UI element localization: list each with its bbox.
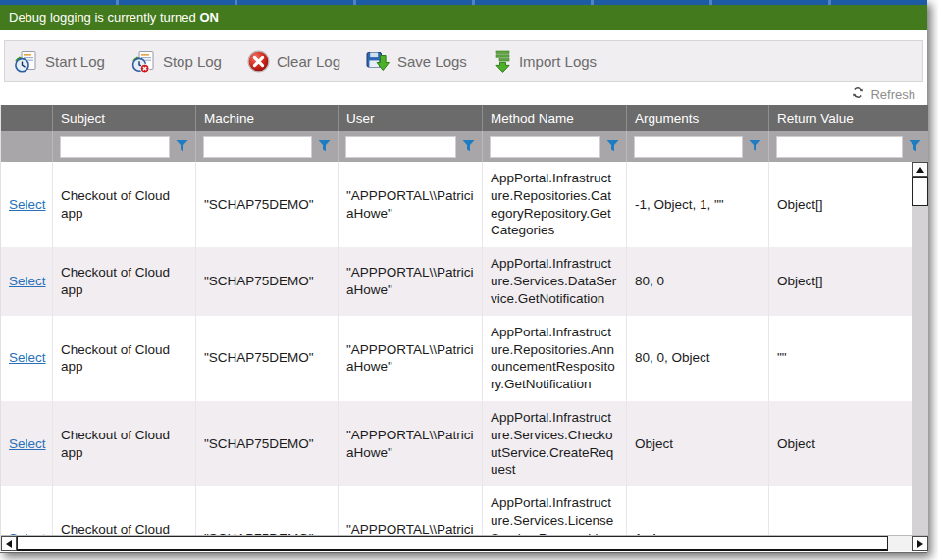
filter-cell-empty xyxy=(1,131,53,162)
user-cell: "APPPORTAL\\PatriciaHowe" xyxy=(339,316,483,401)
machine-cell: "SCHAP75DEMO" xyxy=(196,316,339,401)
return-value-cell: Object[] xyxy=(769,247,912,315)
vertical-scroll-thumb[interactable] xyxy=(912,177,928,206)
method-name-cell: AppPortal.Infrastructure.Repositories.Ca… xyxy=(483,162,627,247)
header-method-name[interactable]: Method Name xyxy=(483,105,627,131)
scroll-right-arrow-icon xyxy=(917,540,923,548)
method-name-cell: AppPortal.Infrastructure.Services.Checko… xyxy=(483,401,627,486)
arguments-cell: 80, 0, Object xyxy=(627,316,769,401)
return-value-cell: "" xyxy=(769,316,912,401)
refresh-icon xyxy=(852,86,864,102)
save-logs-button[interactable]: Save Logs xyxy=(366,50,467,73)
user-cell: "APPPORTAL\\PatriciaHowe" xyxy=(339,486,483,535)
horizontal-scroll-thumb[interactable] xyxy=(17,536,888,551)
return-value-cell: Object xyxy=(769,401,912,486)
header-select xyxy=(1,105,53,131)
filter-input-machine[interactable] xyxy=(203,136,312,158)
filter-input-arguments[interactable] xyxy=(634,136,743,158)
subject-cell: Checkout of Cloud app xyxy=(53,316,196,401)
arguments-cell: Object xyxy=(627,401,769,486)
header-subject[interactable]: Subject xyxy=(53,105,196,131)
machine-cell: "SCHAP75DEMO" xyxy=(196,401,339,486)
toolbar: Start Log xyxy=(4,40,923,82)
start-log-button[interactable]: Start Log xyxy=(13,50,105,74)
arguments-cell: 1, 4 xyxy=(627,486,769,535)
scroll-left-arrow-icon xyxy=(6,540,12,548)
log-grid: Subject Machine User Method Name Argumen… xyxy=(0,105,927,551)
machine-cell: "SCHAP75DEMO" xyxy=(196,162,339,247)
filter-funnel-icon[interactable] xyxy=(606,138,619,156)
refresh-button[interactable]: Refresh xyxy=(852,86,915,102)
status-banner-state: ON xyxy=(199,10,219,25)
user-cell: "APPPORTAL\\PatriciaHowe" xyxy=(339,162,483,247)
filter-cell-user xyxy=(339,131,483,162)
machine-cell: "SCHAP75DEMO" xyxy=(196,486,339,535)
import-logs-icon xyxy=(493,50,512,73)
select-link[interactable]: Select xyxy=(9,530,46,535)
refresh-label: Refresh xyxy=(870,87,915,102)
stop-log-button[interactable]: Stop Log xyxy=(130,50,222,74)
arguments-cell: -1, Object, 1, "" xyxy=(627,162,769,247)
method-name-cell: AppPortal.Infrastructure.Services.DataSe… xyxy=(483,247,627,315)
import-logs-label: Import Logs xyxy=(519,53,597,70)
filter-cell-arguments xyxy=(627,131,769,162)
filter-cell-method-name xyxy=(483,131,627,162)
select-link[interactable]: Select xyxy=(9,435,46,453)
clear-log-label: Clear Log xyxy=(277,53,340,70)
save-logs-icon xyxy=(366,50,391,73)
header-return-value[interactable]: Return Value xyxy=(769,105,928,131)
clear-log-button[interactable]: Clear Log xyxy=(247,50,340,73)
debug-log-dialog: Debug logging is currently turned ON xyxy=(0,0,927,553)
filter-input-method-name[interactable] xyxy=(490,136,600,158)
select-link[interactable]: Select xyxy=(9,196,46,214)
method-name-cell: AppPortal.Infrastructure.Repositories.An… xyxy=(483,316,627,401)
machine-cell: "SCHAP75DEMO" xyxy=(196,247,339,315)
table-row: Select Checkout of Cloud app "SCHAP75DEM… xyxy=(1,316,912,401)
filter-funnel-icon[interactable] xyxy=(176,138,188,156)
vertical-scrollbar[interactable] xyxy=(912,162,928,535)
filter-funnel-icon[interactable] xyxy=(318,138,331,156)
horizontal-scrollbar[interactable] xyxy=(1,535,928,551)
grid-rows: Select Checkout of Cloud app "SCHAP75DEM… xyxy=(1,162,912,535)
grid-filter-row xyxy=(1,131,928,162)
arguments-cell: 80, 0 xyxy=(627,247,769,315)
subject-cell: Checkout of Cloud app xyxy=(53,162,196,247)
header-machine[interactable]: Machine xyxy=(196,105,339,131)
horizontal-scroll-track[interactable] xyxy=(888,536,912,551)
table-row: Select Checkout of Cloud app "SCHAP75DEM… xyxy=(1,247,912,315)
import-logs-button[interactable]: Import Logs xyxy=(493,50,597,73)
scroll-up-button[interactable] xyxy=(912,162,928,177)
scroll-right-button[interactable] xyxy=(912,536,928,551)
start-log-label: Start Log xyxy=(45,53,105,70)
header-user[interactable]: User xyxy=(339,105,483,131)
filter-funnel-icon[interactable] xyxy=(909,138,921,156)
status-banner-text: Debug logging is currently turned xyxy=(9,10,199,25)
stop-log-icon xyxy=(130,50,156,74)
subject-cell: Checkout of Cloud app xyxy=(53,401,196,486)
return-value-cell: Object[] xyxy=(769,162,912,247)
subject-cell: Checkout of Cloud app xyxy=(53,247,196,315)
table-row: Select Checkout of Cloud app "SCHAP75DEM… xyxy=(1,486,912,535)
filter-cell-subject xyxy=(53,131,196,162)
scroll-left-button[interactable] xyxy=(1,536,17,551)
select-link[interactable]: Select xyxy=(9,273,46,290)
select-link[interactable]: Select xyxy=(9,349,46,367)
filter-cell-machine xyxy=(196,131,339,162)
save-logs-label: Save Logs xyxy=(397,53,467,70)
scroll-up-arrow-icon xyxy=(916,167,924,173)
status-banner: Debug logging is currently turned ON xyxy=(0,5,927,30)
clear-log-icon xyxy=(247,50,270,73)
filter-input-subject[interactable] xyxy=(60,136,170,158)
header-arguments[interactable]: Arguments xyxy=(627,105,769,131)
grid-header-row: Subject Machine User Method Name Argumen… xyxy=(1,105,928,131)
start-log-icon xyxy=(13,50,38,74)
filter-funnel-icon[interactable] xyxy=(462,138,475,156)
stop-log-label: Stop Log xyxy=(163,53,222,70)
table-row: Select Checkout of Cloud app "SCHAP75DEM… xyxy=(1,401,912,486)
method-name-cell: AppPortal.Infrastructure.Services.Licens… xyxy=(483,486,627,535)
filter-cell-return-value xyxy=(769,131,928,162)
filter-funnel-icon[interactable] xyxy=(749,138,761,156)
filter-input-user[interactable] xyxy=(345,136,456,158)
filter-input-return-value[interactable] xyxy=(776,136,903,158)
table-row: Select Checkout of Cloud app "SCHAP75DEM… xyxy=(1,162,912,247)
